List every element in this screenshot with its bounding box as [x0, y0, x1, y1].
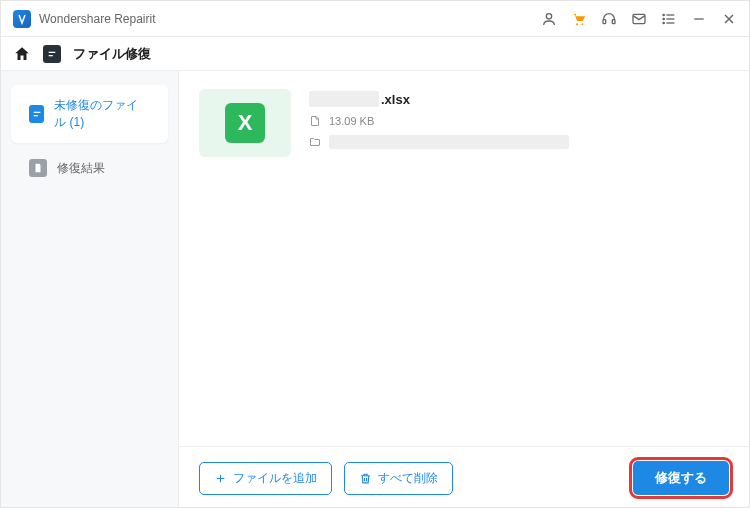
main: 未修復のファイル (1) 修復結果 X .xlsx — [1, 71, 749, 508]
svg-point-9 — [663, 14, 664, 15]
repair-label: 修復する — [655, 470, 707, 485]
redacted-filename — [309, 91, 379, 107]
app-title: Wondershare Repairit — [39, 12, 156, 26]
user-icon[interactable] — [541, 11, 557, 27]
svg-point-0 — [546, 13, 551, 18]
clear-all-label: すべて削除 — [378, 470, 438, 487]
file-ext: .xlsx — [381, 92, 410, 107]
file-icon — [309, 115, 321, 127]
titlebar: Wondershare Repairit — [1, 1, 749, 37]
file-name: .xlsx — [309, 91, 729, 107]
content: X .xlsx 13.09 KB — [179, 71, 749, 508]
svg-point-2 — [581, 23, 583, 25]
file-size: 13.09 KB — [329, 115, 374, 127]
excel-icon: X — [225, 103, 265, 143]
menu-icon[interactable] — [661, 11, 677, 27]
app-logo — [13, 10, 31, 28]
file-repair-icon — [43, 45, 61, 63]
cart-icon[interactable] — [571, 11, 587, 27]
breadcrumb-bar: ファイル修復 — [1, 37, 749, 71]
breadcrumb-label: ファイル修復 — [73, 45, 151, 63]
clear-all-button[interactable]: すべて削除 — [344, 462, 453, 495]
svg-point-11 — [663, 22, 664, 23]
sidebar-item-results[interactable]: 修復結果 — [11, 147, 168, 189]
trash-icon — [359, 472, 372, 485]
plus-icon — [214, 472, 227, 485]
add-file-button[interactable]: ファイルを追加 — [199, 462, 332, 495]
svg-point-1 — [576, 23, 578, 25]
titlebar-left: Wondershare Repairit — [13, 10, 156, 28]
repair-button[interactable]: 修復する — [633, 461, 729, 495]
file-meta: .xlsx 13.09 KB — [309, 89, 729, 149]
sidebar-item-unrepaired[interactable]: 未修復のファイル (1) — [11, 85, 168, 143]
list-icon — [29, 105, 44, 123]
close-icon[interactable] — [721, 11, 737, 27]
svg-rect-3 — [603, 19, 606, 23]
headset-icon[interactable] — [601, 11, 617, 27]
redacted-filepath — [329, 135, 569, 149]
home-icon[interactable] — [13, 45, 31, 63]
file-list: X .xlsx 13.09 KB — [179, 71, 749, 446]
file-thumbnail: X — [199, 89, 291, 157]
minimize-icon[interactable] — [691, 11, 707, 27]
file-row[interactable]: X .xlsx 13.09 KB — [199, 89, 729, 157]
svg-rect-4 — [612, 19, 615, 23]
document-icon — [29, 159, 47, 177]
footer: ファイルを追加 すべて削除 修復する — [179, 446, 749, 508]
mail-icon[interactable] — [631, 11, 647, 27]
file-size-line: 13.09 KB — [309, 115, 729, 127]
folder-icon — [309, 136, 321, 148]
titlebar-right — [541, 11, 737, 27]
file-path-line — [309, 135, 729, 149]
svg-point-10 — [663, 18, 664, 19]
sidebar: 未修復のファイル (1) 修復結果 — [1, 71, 179, 508]
sidebar-item-label: 未修復のファイル (1) — [54, 97, 150, 131]
footer-left: ファイルを追加 すべて削除 — [199, 462, 453, 495]
add-file-label: ファイルを追加 — [233, 470, 317, 487]
sidebar-item-label: 修復結果 — [57, 160, 105, 177]
